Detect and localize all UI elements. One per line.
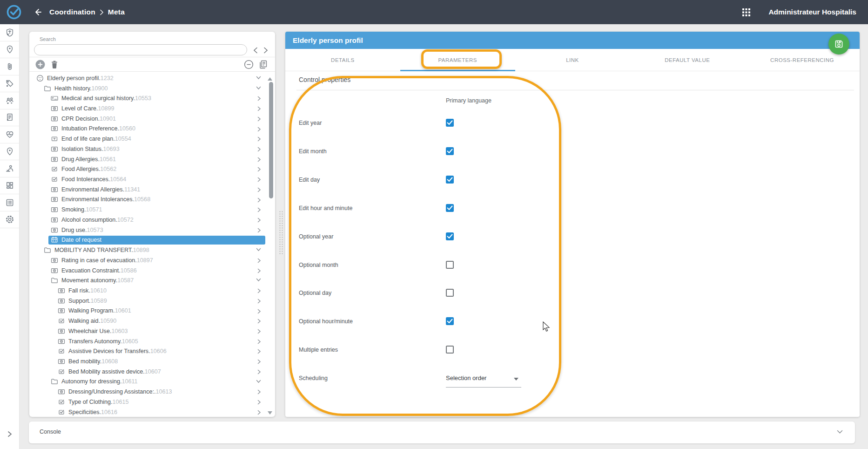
tree-item[interactable]: Walking Program.10601	[29, 306, 275, 316]
console-collapse-chevron-icon[interactable]	[837, 430, 843, 434]
scrollbar-up-arrow[interactable]	[268, 77, 272, 81]
rail-item-list[interactable]	[0, 194, 19, 211]
apps-grid-icon[interactable]	[742, 8, 751, 17]
scrollbar-thumb[interactable]	[269, 82, 273, 198]
rail-item-location-pin[interactable]	[0, 143, 19, 161]
tree-item[interactable]: Food Allergies.10562	[29, 164, 275, 174]
search-input[interactable]	[34, 44, 247, 55]
scrollbar-down-arrow[interactable]	[268, 411, 272, 415]
chevron-down-icon[interactable]	[256, 248, 261, 252]
tree-item[interactable]: Health history.10900	[29, 83, 275, 94]
chevron-right-icon[interactable]	[257, 339, 261, 344]
rail-item-heart-pulse[interactable]	[0, 126, 19, 143]
chevron-right-icon[interactable]	[257, 329, 261, 334]
rail-item-person-desk[interactable]	[0, 160, 19, 177]
tree-item[interactable]: Environmental Intolerances.10568	[29, 195, 275, 205]
tree-item[interactable]: Autonomy for dressing.10611	[29, 377, 275, 387]
search-prev-icon[interactable]	[251, 45, 260, 55]
tree-item[interactable]: Fall risk.10610	[29, 286, 275, 296]
tree-item[interactable]: Level of Care.10899	[29, 103, 275, 114]
tree-item[interactable]: Drug use.10573	[29, 225, 275, 235]
tree-item[interactable]: Evacuation Constraint.10586	[29, 265, 275, 276]
collapse-all-icon[interactable]	[244, 60, 254, 69]
rail-item-location-pin[interactable]	[0, 41, 19, 59]
tree-item[interactable]: Assistive Devices for Transfers.10606	[29, 346, 275, 356]
chevron-down-icon[interactable]	[256, 76, 261, 80]
tree-item[interactable]: Movement autonomy.10587	[29, 275, 275, 286]
add-node-button[interactable]	[35, 60, 45, 69]
checkbox-checked[interactable]	[446, 176, 454, 184]
breadcrumb-item-coordination[interactable]: Coordination	[49, 8, 95, 16]
tree-item[interactable]: Bed Mobility assistive device.10607	[29, 367, 275, 377]
save-button[interactable]	[828, 34, 849, 54]
checkbox-unchecked[interactable]	[446, 346, 454, 354]
tree-item[interactable]: Specificities.10616	[29, 407, 275, 417]
chevron-right-icon[interactable]	[257, 319, 261, 324]
chevron-right-icon[interactable]	[257, 268, 261, 273]
tree-item[interactable]: CPR Decision.10901	[29, 114, 275, 124]
checkbox-unchecked[interactable]	[446, 289, 454, 297]
delete-node-button[interactable]	[50, 60, 59, 69]
tree-item[interactable]: Smoking.10571	[29, 204, 275, 215]
tab-parameters[interactable]: PARAMETERS	[400, 49, 515, 71]
rail-item-document[interactable]	[0, 109, 19, 127]
rail-item-settings-gear[interactable]	[0, 211, 19, 229]
chevron-right-icon[interactable]	[257, 96, 261, 101]
rail-item-team[interactable]	[0, 92, 19, 109]
tree-item[interactable]: Rating in case of evacuation.10897	[29, 255, 275, 265]
user-menu[interactable]: Administrateur Hospitalis	[768, 8, 856, 16]
chevron-right-icon[interactable]	[257, 389, 261, 395]
tree-item[interactable]: Support.10589	[29, 296, 275, 306]
panel-resize-handle[interactable]	[279, 211, 284, 255]
console-bar[interactable]: Console	[29, 422, 855, 443]
checkbox-checked[interactable]	[446, 204, 454, 212]
back-arrow-icon[interactable]	[34, 7, 43, 17]
tree-item[interactable]: Medical and surgical history.10553	[29, 93, 275, 103]
tab-default-value[interactable]: DEFAULT VALUE	[630, 49, 745, 71]
chevron-right-icon[interactable]	[257, 369, 261, 374]
duplicate-icon[interactable]	[258, 60, 268, 69]
scheduling-select[interactable]: Selection order	[446, 372, 521, 388]
breadcrumb-item-meta[interactable]: Meta	[108, 8, 125, 16]
tree-item[interactable]: Drug Allergies.10561	[29, 154, 275, 164]
tree-item[interactable]: Elderly person profil.1232	[29, 73, 275, 83]
chevron-right-icon[interactable]	[257, 410, 261, 415]
chevron-right-icon[interactable]	[257, 228, 261, 233]
chevron-right-icon[interactable]	[257, 147, 261, 152]
rail-item-dashboard[interactable]	[0, 177, 19, 195]
tree-item[interactable]: Bed mobility.10608	[29, 356, 275, 367]
chevron-down-icon[interactable]	[256, 380, 261, 383]
chevron-right-icon[interactable]	[257, 116, 261, 122]
search-next-icon[interactable]	[262, 45, 270, 55]
rail-item-medical-shield[interactable]	[0, 24, 19, 41]
tree-item[interactable]: MOBILITY AND TRANSFERT.10898	[29, 245, 275, 255]
tab-details[interactable]: DETAILS	[285, 49, 400, 71]
checkbox-checked[interactable]	[446, 317, 454, 325]
tab-link[interactable]: LINK	[515, 49, 630, 71]
chevron-right-icon[interactable]	[257, 258, 261, 263]
console-expand-chevron-icon[interactable]	[7, 430, 13, 438]
rail-item-tag[interactable]	[0, 75, 19, 93]
tree-item[interactable]: Food Intolerances.10564	[29, 174, 275, 184]
chevron-right-icon[interactable]	[257, 400, 261, 405]
chevron-right-icon[interactable]	[257, 127, 261, 132]
chevron-right-icon[interactable]	[257, 106, 261, 111]
chevron-right-icon[interactable]	[257, 177, 261, 182]
chevron-right-icon[interactable]	[257, 187, 261, 192]
tree-item[interactable]: Dressing/Undressing Assistance:.10613	[29, 387, 275, 397]
tree-item[interactable]: Isolation Status.10693	[29, 144, 275, 154]
tree-item[interactable]: Transfers Autonomy.10605	[29, 336, 275, 347]
tree-item[interactable]: Alcohol consumption.10572	[29, 215, 275, 225]
tree-item[interactable]: Walking aid.10590	[29, 316, 275, 326]
chevron-right-icon[interactable]	[257, 207, 261, 212]
chevron-right-icon[interactable]	[257, 197, 261, 203]
chevron-right-icon[interactable]	[257, 359, 261, 364]
checkbox-checked[interactable]	[446, 232, 454, 240]
tree-item[interactable]: Intubation Preference.10560	[29, 124, 275, 134]
checkbox-checked[interactable]	[446, 147, 454, 155]
checkbox-unchecked[interactable]	[446, 261, 454, 269]
chevron-right-icon[interactable]	[257, 167, 261, 172]
tree-item[interactable]: Wheelchair Use.10603	[29, 326, 275, 336]
tree-item[interactable]: Date of request	[29, 235, 275, 245]
checkbox-checked[interactable]	[446, 119, 454, 127]
